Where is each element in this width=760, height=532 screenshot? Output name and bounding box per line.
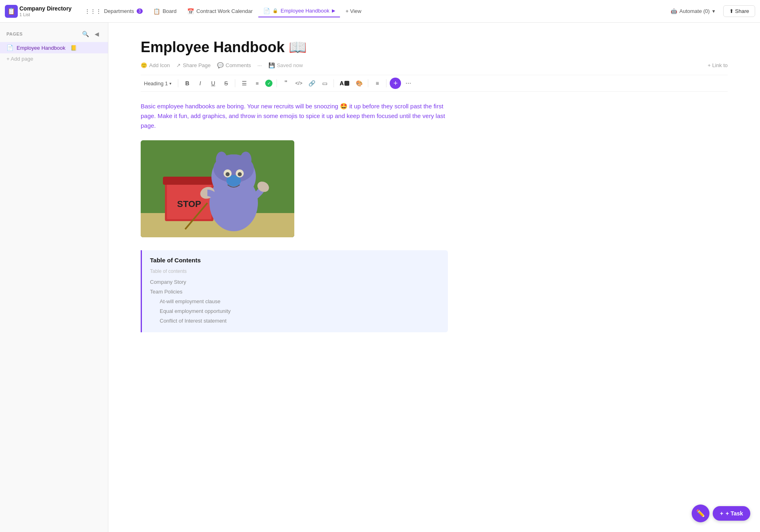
- handbook-tab-icon: 📄: [263, 8, 270, 14]
- add-icon-btn[interactable]: 🙂 Add Icon: [141, 62, 170, 68]
- body-text: Basic employee handbooks are boring. You…: [141, 101, 448, 131]
- toolbar-sep-5: [368, 79, 368, 87]
- tab-contract-work-calendar[interactable]: 📅 Contract Work Calendar: [182, 6, 258, 17]
- comments-btn[interactable]: 💬 Comments: [217, 62, 251, 68]
- toc-item-team-policies[interactable]: Team Policies: [150, 287, 440, 297]
- link-to-btn[interactable]: + Link to: [707, 62, 728, 68]
- departments-badge: 3: [137, 8, 143, 14]
- toc-team-policies-label: Team Policies: [150, 289, 182, 295]
- sidebar-collapse-btn[interactable]: ◀: [92, 29, 101, 39]
- content-area: Employee Handbook 📖 🙂 Add Icon ↗ Share P…: [108, 23, 760, 532]
- share-icon: ⬆: [729, 8, 734, 14]
- edit-icon: ✏️: [696, 509, 705, 518]
- sidebar-search-btn[interactable]: 🔍: [80, 29, 90, 39]
- toc-block: Table of Contents Table of contents Comp…: [141, 250, 448, 332]
- nav-tabs: ⋮⋮⋮ Departments 3 📋 Board 📅 Contract Wor…: [80, 5, 664, 17]
- heading-label: Heading 1: [144, 80, 168, 87]
- toc-equal-opportunity-label: Equal employment opportunity: [160, 308, 231, 314]
- link-to-label: + Link to: [707, 62, 728, 68]
- toc-item-equal-opportunity[interactable]: Equal employment opportunity: [150, 306, 440, 316]
- numbered-list-btn[interactable]: ≡: [251, 78, 263, 89]
- toc-item-company-story[interactable]: Company Story: [150, 277, 440, 287]
- svg-text:STOP: STOP: [177, 199, 201, 209]
- tab-departments[interactable]: ⋮⋮⋮ Departments 3: [80, 6, 148, 17]
- toolbar-sep-3: [277, 79, 277, 87]
- toolbar-more-btn[interactable]: ⋯: [403, 78, 414, 89]
- tab-calendar-label: Contract Work Calendar: [196, 8, 253, 14]
- underline-btn[interactable]: U: [207, 78, 219, 89]
- sidebar-item-label: Employee Handbook: [17, 45, 65, 51]
- share-page-btn[interactable]: ↗ Share Page: [176, 62, 211, 68]
- italic-btn[interactable]: I: [194, 78, 206, 89]
- link-btn[interactable]: 🔗: [306, 78, 317, 89]
- add-view-label: + View: [346, 8, 361, 14]
- doc-image: STOP: [141, 140, 294, 237]
- app-title: Company Directory: [19, 5, 72, 12]
- toc-at-will-label: At-will employment clause: [160, 298, 220, 304]
- cartoon-svg: STOP: [141, 140, 294, 237]
- board-icon: 📋: [153, 8, 160, 15]
- automate-label: Automate (0): [680, 8, 710, 14]
- palette-btn[interactable]: 🎨: [353, 78, 365, 89]
- toolbar-sep-4: [334, 79, 334, 87]
- automate-chevron: ▾: [712, 8, 715, 14]
- page-emoji: 📒: [70, 45, 77, 51]
- color-btn[interactable]: A: [337, 78, 352, 88]
- toc-conflict-label: Conflict of Interest statement: [160, 318, 226, 324]
- automate-icon: 🤖: [671, 8, 677, 14]
- quote-btn[interactable]: ": [280, 78, 291, 89]
- add-element-btn[interactable]: +: [390, 78, 401, 89]
- svg-point-13: [238, 172, 242, 176]
- align-btn[interactable]: ≡: [372, 78, 383, 89]
- lock-icon: 🔒: [272, 8, 278, 13]
- comment-icon: 💬: [217, 62, 224, 68]
- toc-item-at-will[interactable]: At-will employment clause: [150, 297, 440, 306]
- saved-status: 💾 Saved now: [268, 62, 303, 68]
- smiley-icon: 🙂: [141, 62, 147, 68]
- tab-board[interactable]: 📋 Board: [148, 6, 182, 17]
- share-label: Share: [735, 8, 749, 14]
- add-view-btn[interactable]: + View: [341, 6, 366, 17]
- strikethrough-btn[interactable]: S: [220, 78, 232, 89]
- app-icon: 📋: [5, 5, 18, 18]
- more-actions-btn[interactable]: ···: [258, 62, 262, 68]
- tab-employee-handbook[interactable]: 📄 🔒 Employee Handbook ▶: [258, 5, 340, 17]
- toc-title: Table of Contents: [150, 257, 440, 264]
- svg-point-12: [226, 172, 230, 176]
- bullet-list-btn[interactable]: ☰: [239, 78, 250, 89]
- add-icon-label: Add Icon: [149, 62, 170, 68]
- share-page-label: Share Page: [183, 62, 211, 68]
- toolbar-sep-6: [386, 79, 386, 87]
- svg-rect-5: [163, 177, 215, 185]
- tab-board-label: Board: [163, 8, 177, 14]
- check-btn[interactable]: ✓: [265, 80, 272, 87]
- svg-point-16: [216, 152, 227, 168]
- sidebar: PAGES 🔍 ◀ 📄 Employee Handbook 📒 + Add pa…: [0, 23, 108, 532]
- bold-btn[interactable]: B: [182, 78, 193, 89]
- automate-btn[interactable]: 🤖 Automate (0) ▾: [666, 6, 720, 17]
- formatting-toolbar: Heading 1 ▾ B I U S ☰ ≡ ✓ " </> 🔗 ▭ A 🎨: [141, 75, 728, 92]
- box-btn[interactable]: ▭: [319, 78, 330, 89]
- code-btn[interactable]: </>: [293, 78, 304, 89]
- top-nav: 📋 Company Directory 1 List ⋮⋮⋮ Departmen…: [0, 0, 760, 23]
- add-page-btn[interactable]: + Add page: [0, 53, 108, 64]
- heading-dropdown[interactable]: Heading 1 ▾: [141, 79, 175, 88]
- toc-subtitle: Table of contents: [150, 268, 440, 274]
- sidebar-item-employee-handbook[interactable]: 📄 Employee Handbook 📒: [0, 42, 108, 53]
- toc-item-conflict-of-interest[interactable]: Conflict of Interest statement: [150, 316, 440, 326]
- toolbar-sep-2: [235, 79, 235, 87]
- task-plus-icon: +: [720, 510, 723, 517]
- page-icon: 📄: [6, 44, 13, 51]
- toolbar-sep-1: [178, 79, 178, 87]
- departments-icon: ⋮⋮⋮: [84, 8, 101, 15]
- share-btn[interactable]: ⬆ Share: [723, 5, 755, 17]
- handbook-expand-icon: ▶: [332, 8, 335, 13]
- nav-right: 🤖 Automate (0) ▾ ⬆ Share: [666, 5, 755, 17]
- edit-fab-btn[interactable]: ✏️: [692, 505, 709, 522]
- color-dot: [344, 81, 349, 86]
- add-task-btn[interactable]: + + Task: [713, 506, 750, 521]
- page-title: Employee Handbook 📖: [141, 39, 728, 56]
- app-title-block: Company Directory 1 List: [19, 5, 72, 17]
- main-layout: PAGES 🔍 ◀ 📄 Employee Handbook 📒 + Add pa…: [0, 23, 760, 532]
- saved-label: Saved now: [277, 62, 303, 68]
